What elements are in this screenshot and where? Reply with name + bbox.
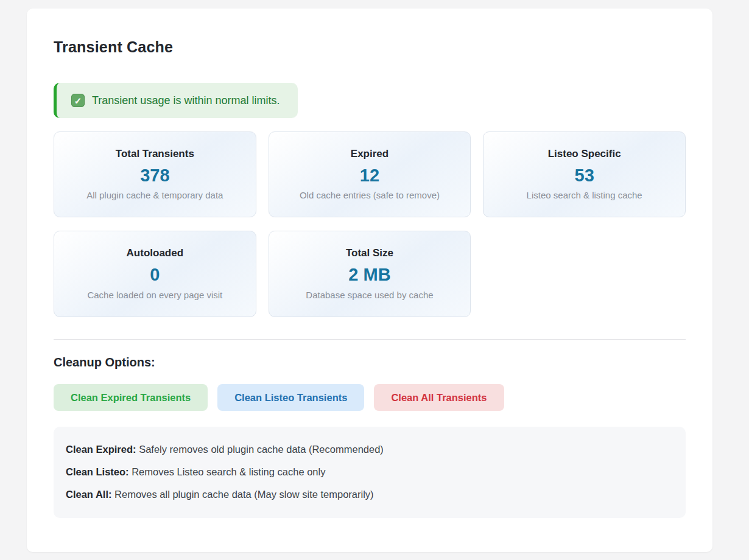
status-notice: ✓ Transient usage is within normal limit… <box>54 83 298 118</box>
stat-description: Cache loaded on every page visit <box>63 290 247 300</box>
stat-value: 2 MB <box>278 265 462 285</box>
help-text: Safely removes old plugin cache data (Re… <box>136 444 384 455</box>
cleanup-options-heading: Cleanup Options: <box>54 355 686 369</box>
cleanup-help-box: Clean Expired: Safely removes old plugin… <box>54 427 686 518</box>
help-line-clean-listeo: Clean Listeo: Removes Listeo search & li… <box>66 465 671 478</box>
stat-card-autoloaded: Autoloaded 0 Cache loaded on every page … <box>54 231 256 317</box>
cleanup-buttons-row: Clean Expired Transients Clean Listeo Tr… <box>54 384 686 411</box>
stat-label: Total Size <box>278 247 462 259</box>
stat-card-total-size: Total Size 2 MB Database space used by c… <box>269 231 471 317</box>
help-line-clean-all: Clean All: Removes all plugin cache data… <box>66 488 671 501</box>
stat-card-expired: Expired 12 Old cache entries (safe to re… <box>269 131 471 217</box>
help-line-clean-expired: Clean Expired: Safely removes old plugin… <box>66 443 671 456</box>
stat-card-listeo-specific: Listeo Specific 53 Listeo search & listi… <box>483 131 686 217</box>
help-term: Clean Expired: <box>66 444 136 455</box>
transient-cache-panel: Transient Cache ✓ Transient usage is wit… <box>27 9 712 552</box>
stat-label: Listeo Specific <box>492 148 677 160</box>
help-term: Clean Listeo: <box>66 466 129 477</box>
stat-description: All plugin cache & temporary data <box>63 190 247 200</box>
page-title: Transient Cache <box>54 38 686 56</box>
stat-value: 12 <box>278 166 462 186</box>
stat-label: Total Transients <box>63 148 247 160</box>
clean-expired-transients-button[interactable]: Clean Expired Transients <box>54 384 208 411</box>
stat-description: Listeo search & listing cache <box>492 190 677 200</box>
clean-listeo-transients-button[interactable]: Clean Listeo Transients <box>217 384 364 411</box>
help-text: Removes all plugin cache data (May slow … <box>111 489 373 500</box>
stat-value: 378 <box>63 166 247 186</box>
stats-grid: Total Transients 378 All plugin cache & … <box>54 131 686 317</box>
check-icon: ✓ <box>71 94 85 107</box>
clean-all-transients-button[interactable]: Clean All Transients <box>374 384 504 411</box>
section-divider <box>54 339 686 340</box>
stat-value: 0 <box>63 265 247 285</box>
help-text: Removes Listeo search & listing cache on… <box>129 466 326 477</box>
stat-value: 53 <box>492 166 677 186</box>
stat-card-total-transients: Total Transients 378 All plugin cache & … <box>54 131 256 217</box>
stat-description: Old cache entries (safe to remove) <box>278 190 462 200</box>
stat-label: Expired <box>278 148 462 160</box>
stat-description: Database space used by cache <box>278 290 462 300</box>
help-term: Clean All: <box>66 489 111 500</box>
stat-label: Autoloaded <box>63 247 247 259</box>
status-notice-text: Transient usage is within normal limits. <box>92 94 280 107</box>
